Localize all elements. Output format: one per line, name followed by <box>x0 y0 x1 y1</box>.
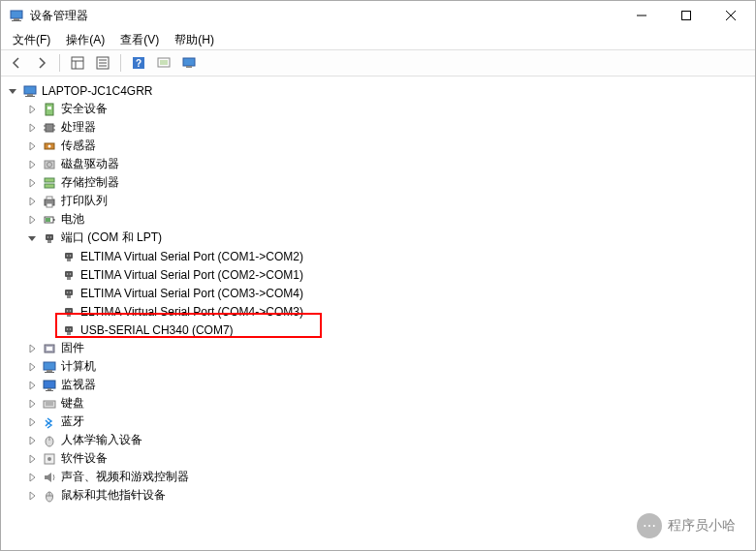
port-icon <box>61 267 77 283</box>
scan-button[interactable] <box>152 51 175 75</box>
expander-icon[interactable] <box>24 488 40 504</box>
tree-node-label: 蓝牙 <box>61 413 84 430</box>
expander-icon[interactable] <box>24 433 40 448</box>
expander-icon[interactable] <box>24 414 40 430</box>
app-icon <box>9 8 24 23</box>
expander-icon[interactable] <box>24 378 40 393</box>
expander-icon[interactable] <box>24 396 40 412</box>
tree-node-label: 存储控制器 <box>61 174 119 191</box>
tree-node-label: 磁盘驱动器 <box>61 156 119 172</box>
tree-node-label: 软件设备 <box>61 450 108 467</box>
monitor-icon <box>42 378 57 393</box>
svg-rect-70 <box>45 372 54 373</box>
computer-icon <box>42 359 57 375</box>
svg-point-60 <box>67 310 69 312</box>
expander-icon[interactable] <box>24 470 40 485</box>
tree-node-label: 固件 <box>61 340 84 356</box>
svg-rect-67 <box>47 347 52 351</box>
tree-node[interactable]: 端口 (COM 和 LPT) <box>1 229 755 247</box>
tree-node[interactable]: 蓝牙 <box>1 413 755 431</box>
svg-rect-51 <box>67 277 71 280</box>
expander-icon[interactable] <box>24 359 40 375</box>
tree-node[interactable]: 计算机 <box>1 357 755 376</box>
tree-node[interactable]: 声音、视频和游戏控制器 <box>1 468 755 486</box>
keyboard-icon <box>42 396 57 412</box>
menu-help[interactable]: 帮助(H) <box>167 30 222 50</box>
tree-node[interactable]: ELTIMA Virtual Serial Port (COM2->COM1) <box>1 265 755 284</box>
tree-node[interactable]: 监视器 <box>1 376 755 394</box>
tree-node[interactable]: 软件设备 <box>1 449 755 468</box>
svg-rect-25 <box>46 124 53 132</box>
tree-node[interactable]: 打印队列 <box>1 192 755 210</box>
expander-icon[interactable] <box>24 120 40 136</box>
svg-rect-62 <box>65 326 73 332</box>
hid-icon <box>42 433 57 448</box>
menu-file[interactable]: 文件(F) <box>5 30 58 50</box>
menu-view[interactable]: 查看(V) <box>112 30 167 50</box>
svg-rect-7 <box>72 57 83 69</box>
tree-node[interactable]: 存储控制器 <box>1 173 755 192</box>
tree-node-label: 安全设备 <box>61 101 108 117</box>
expander-icon[interactable] <box>24 102 40 117</box>
svg-rect-41 <box>46 218 50 222</box>
software-icon <box>42 451 57 467</box>
tree-node[interactable]: 处理器 <box>1 118 755 137</box>
svg-point-44 <box>47 236 49 238</box>
expander-icon[interactable] <box>24 175 40 191</box>
device-tree[interactable]: LAPTOP-JC1C4GRR安全设备处理器传感器磁盘驱动器存储控制器打印队列电… <box>1 77 755 550</box>
tree-root[interactable]: LAPTOP-JC1C4GRR <box>1 81 755 100</box>
tree-node[interactable]: 键盘 <box>1 394 755 413</box>
tree-node[interactable]: 鼠标和其他指针设备 <box>1 486 755 505</box>
watermark-icon: ⋯ <box>637 513 662 538</box>
maximize-button[interactable] <box>664 1 709 30</box>
help-button[interactable]: ? <box>127 51 150 75</box>
svg-rect-50 <box>65 271 73 277</box>
tree-node[interactable]: ELTIMA Virtual Serial Port (COM3->COM4) <box>1 284 755 302</box>
expander-icon[interactable] <box>24 194 40 209</box>
forward-button[interactable] <box>30 51 53 75</box>
sound-icon <box>42 470 57 485</box>
minimize-button[interactable] <box>619 1 664 30</box>
toolbar-separator <box>59 54 60 72</box>
expander-icon[interactable] <box>24 212 40 228</box>
printer-icon <box>42 194 57 209</box>
tree-node[interactable]: 人体学输入设备 <box>1 431 755 449</box>
close-button[interactable] <box>709 1 753 30</box>
show-hide-button[interactable] <box>66 51 89 75</box>
tree-root-label: LAPTOP-JC1C4GRR <box>42 84 152 98</box>
tree-node[interactable]: 固件 <box>1 339 755 357</box>
svg-point-45 <box>50 236 52 238</box>
firmware-icon <box>42 341 57 356</box>
svg-point-56 <box>67 291 69 293</box>
tree-node-label: ELTIMA Virtual Serial Port (COM2->COM1) <box>80 268 303 282</box>
back-button[interactable] <box>5 51 28 75</box>
port-icon <box>61 249 77 264</box>
expander-icon[interactable] <box>24 138 40 154</box>
tree-node[interactable]: ELTIMA Virtual Serial Port (COM4->COM3) <box>1 302 755 321</box>
svg-rect-2 <box>12 20 21 21</box>
expander-icon[interactable] <box>5 83 20 99</box>
svg-rect-47 <box>67 259 71 261</box>
devices-button[interactable] <box>177 51 201 75</box>
tree-node[interactable]: ELTIMA Virtual Serial Port (COM1->COM2) <box>1 247 755 265</box>
tree-node[interactable]: USB-SERIAL CH340 (COM7) <box>1 321 755 339</box>
menu-action[interactable]: 操作(A) <box>58 30 112 50</box>
security-icon <box>42 102 57 117</box>
port-icon <box>42 230 57 246</box>
properties-button[interactable] <box>91 51 114 75</box>
port-icon <box>61 322 77 338</box>
tree-node[interactable]: 传感器 <box>1 137 755 155</box>
expander-icon[interactable] <box>24 451 40 467</box>
svg-rect-54 <box>65 290 73 295</box>
tree-node[interactable]: 电池 <box>1 210 755 229</box>
expander-icon[interactable] <box>24 230 40 246</box>
svg-rect-24 <box>47 107 51 109</box>
bluetooth-icon <box>42 414 57 430</box>
expander-icon[interactable] <box>24 341 40 356</box>
tree-node[interactable]: 安全设备 <box>1 100 755 118</box>
svg-rect-0 <box>11 11 22 18</box>
svg-rect-63 <box>67 332 71 335</box>
expander-icon[interactable] <box>24 157 40 172</box>
tree-node-label: 键盘 <box>61 395 84 412</box>
tree-node[interactable]: 磁盘驱动器 <box>1 155 755 173</box>
